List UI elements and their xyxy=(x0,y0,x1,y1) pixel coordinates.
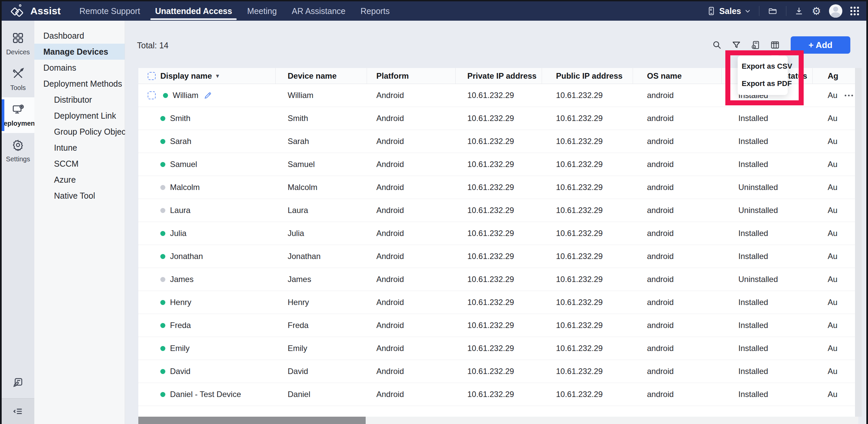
column-header-display-name[interactable]: Display name▾ xyxy=(138,68,276,84)
os-name-cell: android xyxy=(633,199,722,222)
display-name: William xyxy=(173,91,198,100)
table-row[interactable]: MalcolmMalcolmAndroid10.61.232.2910.61.2… xyxy=(138,176,858,199)
nav-tab-unattended-access[interactable]: Unattended Access xyxy=(155,1,232,21)
display-name: Malcolm xyxy=(170,183,200,192)
left-rail: DevicesToolsDeploymentSettings xyxy=(2,21,34,424)
folder-icon[interactable] xyxy=(767,6,778,16)
export-menu-item-export-as-csv[interactable]: Export as CSV xyxy=(738,58,788,75)
rail-item-devices[interactable]: Devices xyxy=(2,26,34,62)
sidebar-item-deployment-link[interactable]: Deployment Link xyxy=(34,108,125,124)
agent-value: Au xyxy=(828,160,837,169)
column-chooser-icon[interactable] xyxy=(770,40,780,50)
display-name: Julia xyxy=(170,229,186,238)
table-row[interactable]: LauraLauraAndroid10.61.232.2910.61.232.2… xyxy=(138,199,858,222)
table-body: WilliamWilliamAndroid10.61.232.2910.61.2… xyxy=(138,84,858,406)
rail-item-settings[interactable]: Settings xyxy=(2,133,34,169)
row-overflow-menu-icon[interactable] xyxy=(845,95,853,96)
export-icon[interactable] xyxy=(751,40,760,50)
settings-gear-icon xyxy=(12,139,24,152)
sidebar-item-azure[interactable]: Azure xyxy=(34,172,125,188)
device-name-cell: David xyxy=(276,360,367,383)
horizontal-scrollbar-thumb[interactable] xyxy=(138,417,366,424)
online-status-dot xyxy=(160,231,165,236)
public-ip-cell: 10.61.232.29 xyxy=(542,84,633,107)
device-name-cell: Malcolm xyxy=(276,176,367,199)
chevron-down-icon xyxy=(744,8,751,14)
os-name-cell: android xyxy=(633,245,722,268)
edit-pencil-icon[interactable] xyxy=(204,91,212,100)
display-name-cell: Laura xyxy=(138,199,276,222)
online-status-dot xyxy=(163,93,168,98)
device-name-cell: Laura xyxy=(276,199,367,222)
table-row[interactable]: Daniel - Test DeviceDanielAndroid10.61.2… xyxy=(138,383,858,406)
workspace-selector[interactable]: Sales xyxy=(707,6,751,16)
online-status-dot xyxy=(160,162,165,167)
online-status-dot xyxy=(160,369,165,374)
select-all-checkbox[interactable] xyxy=(148,72,156,80)
export-menu-popup: Export as CSVExport as PDF xyxy=(738,56,788,95)
display-name: Sarah xyxy=(170,137,191,146)
table-row[interactable]: SamuelSamuelAndroid10.61.232.2910.61.232… xyxy=(138,153,858,176)
online-status-dot xyxy=(160,300,165,305)
table-row[interactable]: JuliaJuliaAndroid10.61.232.2910.61.232.2… xyxy=(138,222,858,245)
column-header-ag: Ag xyxy=(813,68,858,84)
row-checkbox[interactable] xyxy=(148,91,156,99)
sidebar-item-intune[interactable]: Intune xyxy=(34,140,125,156)
avatar[interactable] xyxy=(829,4,842,18)
device-name-cell: Samuel xyxy=(276,153,367,176)
agent-cell: Au xyxy=(813,383,858,406)
horizontal-scrollbar[interactable] xyxy=(138,417,858,424)
table-row[interactable]: JonathanJonathanAndroid10.61.232.2910.61… xyxy=(138,245,858,268)
sidebar-item-native-tool[interactable]: Native Tool xyxy=(34,188,125,204)
sidebar-item-group-policy-object[interactable]: Group Policy Object xyxy=(34,124,125,140)
sidebar-item-manage-devices[interactable]: Manage Devices xyxy=(34,44,125,60)
agent-cell: Au xyxy=(813,268,858,291)
export-menu-item-export-as-pdf[interactable]: Export as PDF xyxy=(738,75,788,92)
filter-icon[interactable] xyxy=(732,40,741,50)
device-name-cell: Jonathan xyxy=(276,245,367,268)
gear-icon[interactable]: ⚙ xyxy=(812,6,821,16)
agent-cell: Au xyxy=(813,199,858,222)
table-row[interactable]: SarahSarahAndroid10.61.232.2910.61.232.2… xyxy=(138,130,858,153)
sidebar-item-sccm[interactable]: SCCM xyxy=(34,156,125,172)
display-name: Laura xyxy=(170,206,190,215)
column-header-label: Ag xyxy=(828,71,838,81)
public-ip-cell: 10.61.232.29 xyxy=(542,245,633,268)
display-name: Smith xyxy=(170,114,190,123)
devices-table: Display name▾Device namePlatformPrivate … xyxy=(138,68,858,418)
installation-status-cell: Installed xyxy=(722,360,813,383)
sidebar-item-domains[interactable]: Domains xyxy=(34,60,125,76)
nav-tab-meeting[interactable]: Meeting xyxy=(247,1,277,21)
agent-cell: Au xyxy=(813,84,858,107)
table-row[interactable]: FredaFredaAndroid10.61.232.2910.61.232.2… xyxy=(138,314,858,337)
table-row[interactable]: HenryHenryAndroid10.61.232.2910.61.232.2… xyxy=(138,291,858,314)
nav-tab-reports[interactable]: Reports xyxy=(361,1,390,21)
platform-cell: Android xyxy=(367,245,456,268)
table-row[interactable]: EmilyEmilyAndroid10.61.232.2910.61.232.2… xyxy=(138,337,858,360)
sidebar: DashboardManage DevicesDomainsDeployment… xyxy=(34,21,125,424)
rail-item-deployment[interactable]: Deployment xyxy=(2,97,34,133)
add-device-button[interactable]: + Add xyxy=(790,36,850,54)
device-name-cell: Sarah xyxy=(276,130,367,153)
device-icon xyxy=(707,6,716,16)
sidebar-item-deployment-methods[interactable]: Deployment Methods xyxy=(34,76,125,92)
sidebar-item-dashboard[interactable]: Dashboard xyxy=(34,28,125,44)
download-icon[interactable] xyxy=(794,6,804,16)
private-ip-cell: 10.61.232.29 xyxy=(456,84,542,107)
agent-value: Au xyxy=(828,252,837,261)
installation-status-cell: Installed xyxy=(722,337,813,360)
sidebar-item-distributor[interactable]: Distributor xyxy=(34,92,125,108)
column-header-label: Platform xyxy=(376,71,409,81)
table-row[interactable]: JamesJamesAndroid10.61.232.2910.61.232.2… xyxy=(138,268,858,291)
table-row[interactable]: SmithSmithAndroid10.61.232.2910.61.232.2… xyxy=(138,107,858,130)
device-name-cell: Daniel xyxy=(276,383,367,406)
collapse-panel-icon[interactable] xyxy=(2,398,34,424)
vertical-scrollbar[interactable] xyxy=(855,68,862,417)
nav-tab-ar-assistance[interactable]: AR Assistance xyxy=(292,1,345,21)
search-icon[interactable] xyxy=(712,40,722,50)
apps-grid-icon[interactable] xyxy=(850,7,859,15)
feedback-note-icon[interactable] xyxy=(2,377,34,388)
rail-item-tools[interactable]: Tools xyxy=(2,62,34,97)
table-row[interactable]: DavidDavidAndroid10.61.232.2910.61.232.2… xyxy=(138,360,858,383)
nav-tab-remote-support[interactable]: Remote Support xyxy=(79,1,140,21)
